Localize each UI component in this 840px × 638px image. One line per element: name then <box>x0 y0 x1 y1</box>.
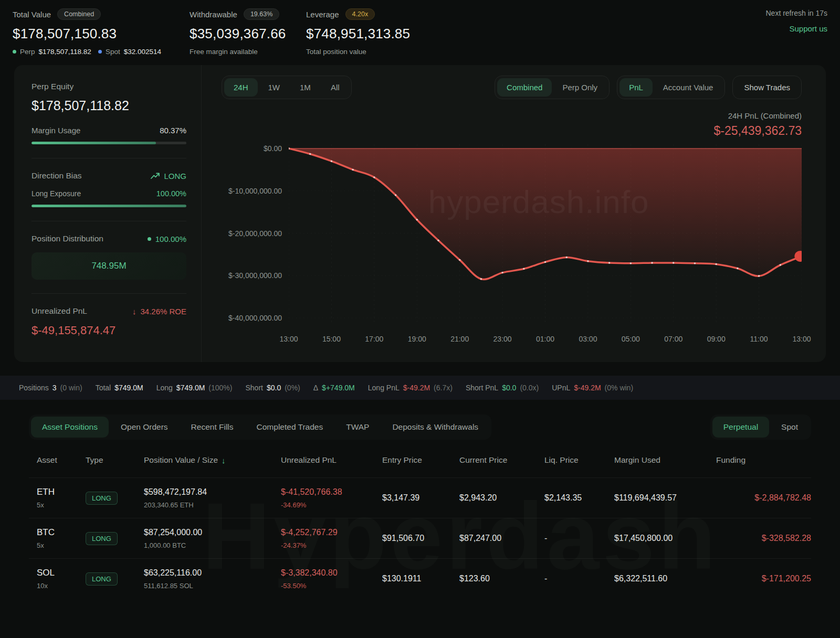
positions-summary-bar: Positions3(0 win)Total$749.0MLong$749.0M… <box>0 376 840 400</box>
market-toggle: PerpetualSpot <box>710 414 811 440</box>
perp-equity-label: Perp Equity <box>32 82 186 91</box>
x-tick-label: 09:00 <box>707 335 726 343</box>
x-tick-label: 17:00 <box>365 335 383 343</box>
tab-open-orders[interactable]: Open Orders <box>110 417 179 438</box>
tab-asset-positions[interactable]: Asset Positions <box>31 417 109 438</box>
position-distribution-box[interactable]: 748.95M <box>32 252 186 280</box>
column-header-unrealized-pnl[interactable]: Unrealized PnL <box>281 455 382 465</box>
tab-completed-trades[interactable]: Completed Trades <box>246 417 334 438</box>
column-header-unrealized-pnl-label: Unrealized PnL <box>281 455 337 465</box>
column-header-position-value-size-label: Position Value / Size <box>144 455 218 465</box>
x-tick-label: 21:00 <box>450 335 469 343</box>
unrealized-pnl-section: Unrealized PnL ↓ 34.26% ROE $-49,155,874… <box>32 294 186 351</box>
summary-long-label: Long <box>156 384 173 392</box>
x-tick-label: 13:00 <box>792 335 811 343</box>
summary-positions-label: Positions <box>19 384 49 392</box>
x-tick-label: 23:00 <box>494 335 512 343</box>
y-tick-label: $0.00 <box>264 144 282 153</box>
summary-upnl: UPnL$-49.2M(0% win) <box>552 384 633 392</box>
spot-dot-icon <box>98 50 102 54</box>
position-value: $63,225,116.00 <box>144 568 281 578</box>
position-row-eth[interactable]: ETH5xLONG$598,472,197.84203,340.65 ETH$-… <box>29 477 811 518</box>
asset-cell: SOL10x <box>37 568 86 590</box>
asset-leverage: 5x <box>37 541 86 549</box>
withdrawable-pct-badge: 19.63% <box>244 8 279 20</box>
summary-total-label: Total <box>96 384 111 392</box>
positions-table: AssetTypePosition Value / Size↓Unrealize… <box>29 455 811 599</box>
market-perpetual[interactable]: Perpetual <box>712 417 769 438</box>
y-tick-label: $-30,000,000.00 <box>228 271 282 280</box>
x-tick-label: 13:00 <box>279 335 298 343</box>
long-exposure-value: 100.00% <box>156 189 186 198</box>
tab-deposits-withdrawals[interactable]: Deposits & Withdrawals <box>381 417 489 438</box>
range-all[interactable]: All <box>321 78 349 97</box>
summary-total: Total$749.0M <box>96 384 143 392</box>
range-1m[interactable]: 1M <box>290 78 320 97</box>
asset-cell: BTC5x <box>37 527 86 549</box>
summary-short-value: $0.0 <box>267 384 281 392</box>
withdrawable-amount: $35,039,367.66 <box>190 26 306 42</box>
leverage-amount: $748,951,313.85 <box>306 26 410 42</box>
metric-pnl[interactable]: PnL <box>620 78 653 97</box>
tab-recent-fills[interactable]: Recent Fills <box>180 417 245 438</box>
direction-bias-section: Direction Bias LONG Long Exposure 100.00… <box>32 158 186 221</box>
asset-cell: ETH5x <box>37 487 86 509</box>
position-size: 511,612.85 SOL <box>144 582 281 590</box>
column-header-asset[interactable]: Asset <box>37 455 86 465</box>
table-header-row: AssetTypePosition Value / Size↓Unrealize… <box>29 455 811 477</box>
type-cell: LONG <box>86 572 144 586</box>
position-value-cell: $598,472,197.84203,340.65 ETH <box>144 487 281 509</box>
summary-long-pnl: Long PnL$-49.2M(6.7x) <box>368 384 453 392</box>
summary-positions: Positions3(0 win) <box>19 384 82 392</box>
column-header-position-value-size[interactable]: Position Value / Size↓ <box>144 455 281 465</box>
summary-short-label: Short <box>245 384 262 392</box>
position-distribution-section: Position Distribution 100.00% 748.95M <box>32 221 186 294</box>
market-spot[interactable]: Spot <box>770 417 809 438</box>
position-row-sol[interactable]: SOL10xLONG$63,225,116.00511,612.85 SOL$-… <box>29 558 811 599</box>
long-exposure-label: Long Exposure <box>32 189 81 198</box>
entry-price: $130.1911 <box>382 574 459 583</box>
unrealized-pnl-pct: -34.69% <box>281 501 382 509</box>
x-tick-label: 05:00 <box>622 335 640 343</box>
show-trades-button[interactable]: Show Trades <box>732 76 802 99</box>
chart-y-axis: $0.00$-10,000,000.00$-20,000,000.00$-30,… <box>222 141 289 348</box>
column-header-current-price-label: Current Price <box>459 455 507 465</box>
summary-delta: Δ$+749.0M <box>313 384 355 392</box>
summary-upnl-value: $-49.2M <box>574 384 601 392</box>
perp-dot-icon <box>13 50 16 54</box>
unrealized-pnl-value: $-49,155,874.47 <box>32 324 186 337</box>
support-us-link[interactable]: Support us <box>766 24 828 33</box>
unrealized-pnl-value: $-4,252,767.29 <box>281 528 382 537</box>
metric-account-value[interactable]: Account Value <box>654 78 723 97</box>
summary-delta-label: Δ <box>313 384 318 392</box>
summary-delta-value: $+749.0M <box>322 384 355 392</box>
tab-twap[interactable]: TWAP <box>335 417 380 438</box>
unrealized-pnl-value: $-3,382,340.80 <box>281 568 382 578</box>
total-value-label: Total Value <box>13 10 51 19</box>
summary-long-pnl-label: Long PnL <box>368 384 400 392</box>
current-price: $123.60 <box>459 574 544 583</box>
summary-long-extra: (100%) <box>208 384 232 392</box>
scope-perp-only[interactable]: Perp Only <box>553 78 607 97</box>
summary-short: Short$0.0(0%) <box>245 384 300 392</box>
liq-price: - <box>544 574 614 583</box>
column-header-funding[interactable]: Funding <box>716 455 811 465</box>
column-header-entry-price[interactable]: Entry Price <box>382 455 459 465</box>
position-row-btc[interactable]: BTC5xLONG$87,254,000.001,000.00 BTC$-4,2… <box>29 518 811 558</box>
chart-plot-area[interactable]: 13:0015:0017:0019:0021:0023:0001:0003:00… <box>289 141 802 348</box>
long-share-dot-icon <box>148 237 151 241</box>
column-header-current-price[interactable]: Current Price <box>459 455 544 465</box>
range-1w[interactable]: 1W <box>259 78 290 97</box>
scope-combined[interactable]: Combined <box>497 78 552 97</box>
column-header-margin-used[interactable]: Margin Used <box>614 455 716 465</box>
column-header-liq-price[interactable]: Liq. Price <box>544 455 614 465</box>
liq-price: $2,143.35 <box>544 493 614 503</box>
leverage-badge: 4.20x <box>345 8 375 20</box>
trending-up-icon <box>151 173 160 179</box>
column-header-type[interactable]: Type <box>86 455 144 465</box>
range-24h[interactable]: 24H <box>224 78 258 97</box>
column-header-margin-used-label: Margin Used <box>614 455 660 465</box>
current-price: $2,943.20 <box>459 493 544 503</box>
unrealized-pnl-cell: $-3,382,340.80-53.50% <box>281 568 382 590</box>
summary-short-pnl-label: Short PnL <box>466 384 498 392</box>
